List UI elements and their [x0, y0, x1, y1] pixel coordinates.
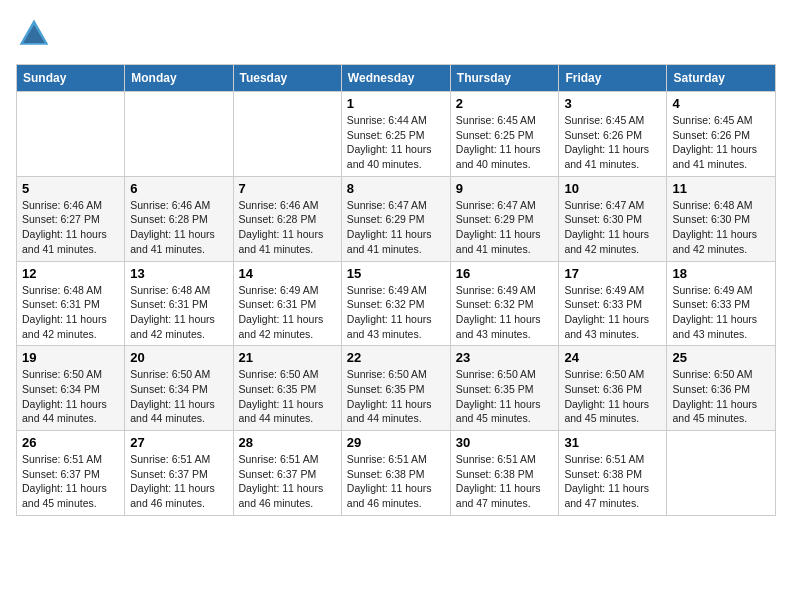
- day-info: Sunrise: 6:51 AMSunset: 6:37 PMDaylight:…: [130, 452, 227, 511]
- day-number: 21: [239, 350, 336, 365]
- calendar-header-row: SundayMondayTuesdayWednesdayThursdayFrid…: [17, 65, 776, 92]
- day-number: 5: [22, 181, 119, 196]
- calendar-cell: [17, 92, 125, 177]
- calendar-cell: 30Sunrise: 6:51 AMSunset: 6:38 PMDayligh…: [450, 431, 559, 516]
- calendar-cell: 18Sunrise: 6:49 AMSunset: 6:33 PMDayligh…: [667, 261, 776, 346]
- calendar-cell: [125, 92, 233, 177]
- day-number: 26: [22, 435, 119, 450]
- day-number: 12: [22, 266, 119, 281]
- day-header-monday: Monday: [125, 65, 233, 92]
- day-number: 31: [564, 435, 661, 450]
- calendar-week-row: 19Sunrise: 6:50 AMSunset: 6:34 PMDayligh…: [17, 346, 776, 431]
- calendar-cell: 23Sunrise: 6:50 AMSunset: 6:35 PMDayligh…: [450, 346, 559, 431]
- calendar-cell: 22Sunrise: 6:50 AMSunset: 6:35 PMDayligh…: [341, 346, 450, 431]
- day-info: Sunrise: 6:46 AMSunset: 6:28 PMDaylight:…: [239, 198, 336, 257]
- day-info: Sunrise: 6:51 AMSunset: 6:38 PMDaylight:…: [564, 452, 661, 511]
- page-header: [16, 16, 776, 52]
- day-number: 22: [347, 350, 445, 365]
- day-info: Sunrise: 6:47 AMSunset: 6:29 PMDaylight:…: [347, 198, 445, 257]
- day-header-saturday: Saturday: [667, 65, 776, 92]
- day-info: Sunrise: 6:47 AMSunset: 6:30 PMDaylight:…: [564, 198, 661, 257]
- day-info: Sunrise: 6:51 AMSunset: 6:37 PMDaylight:…: [22, 452, 119, 511]
- calendar-cell: 28Sunrise: 6:51 AMSunset: 6:37 PMDayligh…: [233, 431, 341, 516]
- calendar-cell: 17Sunrise: 6:49 AMSunset: 6:33 PMDayligh…: [559, 261, 667, 346]
- day-number: 15: [347, 266, 445, 281]
- day-info: Sunrise: 6:46 AMSunset: 6:27 PMDaylight:…: [22, 198, 119, 257]
- calendar-cell: 25Sunrise: 6:50 AMSunset: 6:36 PMDayligh…: [667, 346, 776, 431]
- day-info: Sunrise: 6:51 AMSunset: 6:37 PMDaylight:…: [239, 452, 336, 511]
- calendar-cell: 20Sunrise: 6:50 AMSunset: 6:34 PMDayligh…: [125, 346, 233, 431]
- calendar-cell: 24Sunrise: 6:50 AMSunset: 6:36 PMDayligh…: [559, 346, 667, 431]
- calendar-week-row: 5Sunrise: 6:46 AMSunset: 6:27 PMDaylight…: [17, 176, 776, 261]
- day-info: Sunrise: 6:49 AMSunset: 6:32 PMDaylight:…: [456, 283, 554, 342]
- calendar-cell: 13Sunrise: 6:48 AMSunset: 6:31 PMDayligh…: [125, 261, 233, 346]
- calendar-cell: 31Sunrise: 6:51 AMSunset: 6:38 PMDayligh…: [559, 431, 667, 516]
- calendar-cell: [667, 431, 776, 516]
- calendar-cell: 2Sunrise: 6:45 AMSunset: 6:25 PMDaylight…: [450, 92, 559, 177]
- day-number: 27: [130, 435, 227, 450]
- day-number: 25: [672, 350, 770, 365]
- day-info: Sunrise: 6:50 AMSunset: 6:36 PMDaylight:…: [672, 367, 770, 426]
- calendar-cell: 12Sunrise: 6:48 AMSunset: 6:31 PMDayligh…: [17, 261, 125, 346]
- day-info: Sunrise: 6:51 AMSunset: 6:38 PMDaylight:…: [456, 452, 554, 511]
- day-number: 30: [456, 435, 554, 450]
- calendar-cell: 21Sunrise: 6:50 AMSunset: 6:35 PMDayligh…: [233, 346, 341, 431]
- calendar-cell: 1Sunrise: 6:44 AMSunset: 6:25 PMDaylight…: [341, 92, 450, 177]
- day-number: 11: [672, 181, 770, 196]
- day-number: 9: [456, 181, 554, 196]
- day-number: 20: [130, 350, 227, 365]
- day-header-thursday: Thursday: [450, 65, 559, 92]
- day-info: Sunrise: 6:50 AMSunset: 6:36 PMDaylight:…: [564, 367, 661, 426]
- day-number: 16: [456, 266, 554, 281]
- day-info: Sunrise: 6:49 AMSunset: 6:33 PMDaylight:…: [564, 283, 661, 342]
- day-number: 17: [564, 266, 661, 281]
- day-number: 4: [672, 96, 770, 111]
- calendar-week-row: 1Sunrise: 6:44 AMSunset: 6:25 PMDaylight…: [17, 92, 776, 177]
- day-number: 19: [22, 350, 119, 365]
- day-number: 18: [672, 266, 770, 281]
- day-info: Sunrise: 6:48 AMSunset: 6:31 PMDaylight:…: [130, 283, 227, 342]
- day-info: Sunrise: 6:49 AMSunset: 6:33 PMDaylight:…: [672, 283, 770, 342]
- calendar-week-row: 26Sunrise: 6:51 AMSunset: 6:37 PMDayligh…: [17, 431, 776, 516]
- day-info: Sunrise: 6:49 AMSunset: 6:32 PMDaylight:…: [347, 283, 445, 342]
- calendar-cell: 27Sunrise: 6:51 AMSunset: 6:37 PMDayligh…: [125, 431, 233, 516]
- calendar-week-row: 12Sunrise: 6:48 AMSunset: 6:31 PMDayligh…: [17, 261, 776, 346]
- calendar: SundayMondayTuesdayWednesdayThursdayFrid…: [16, 64, 776, 516]
- day-number: 8: [347, 181, 445, 196]
- calendar-cell: 3Sunrise: 6:45 AMSunset: 6:26 PMDaylight…: [559, 92, 667, 177]
- calendar-cell: [233, 92, 341, 177]
- day-number: 14: [239, 266, 336, 281]
- calendar-cell: 16Sunrise: 6:49 AMSunset: 6:32 PMDayligh…: [450, 261, 559, 346]
- day-info: Sunrise: 6:50 AMSunset: 6:35 PMDaylight:…: [239, 367, 336, 426]
- calendar-cell: 10Sunrise: 6:47 AMSunset: 6:30 PMDayligh…: [559, 176, 667, 261]
- day-info: Sunrise: 6:51 AMSunset: 6:38 PMDaylight:…: [347, 452, 445, 511]
- day-info: Sunrise: 6:50 AMSunset: 6:34 PMDaylight:…: [22, 367, 119, 426]
- calendar-cell: 26Sunrise: 6:51 AMSunset: 6:37 PMDayligh…: [17, 431, 125, 516]
- day-number: 1: [347, 96, 445, 111]
- logo: [16, 16, 56, 52]
- calendar-cell: 7Sunrise: 6:46 AMSunset: 6:28 PMDaylight…: [233, 176, 341, 261]
- day-header-friday: Friday: [559, 65, 667, 92]
- calendar-cell: 19Sunrise: 6:50 AMSunset: 6:34 PMDayligh…: [17, 346, 125, 431]
- day-info: Sunrise: 6:45 AMSunset: 6:26 PMDaylight:…: [672, 113, 770, 172]
- day-header-tuesday: Tuesday: [233, 65, 341, 92]
- day-header-wednesday: Wednesday: [341, 65, 450, 92]
- day-number: 3: [564, 96, 661, 111]
- day-info: Sunrise: 6:45 AMSunset: 6:26 PMDaylight:…: [564, 113, 661, 172]
- day-number: 7: [239, 181, 336, 196]
- day-info: Sunrise: 6:48 AMSunset: 6:30 PMDaylight:…: [672, 198, 770, 257]
- day-number: 29: [347, 435, 445, 450]
- calendar-cell: 6Sunrise: 6:46 AMSunset: 6:28 PMDaylight…: [125, 176, 233, 261]
- calendar-cell: 9Sunrise: 6:47 AMSunset: 6:29 PMDaylight…: [450, 176, 559, 261]
- day-info: Sunrise: 6:50 AMSunset: 6:35 PMDaylight:…: [347, 367, 445, 426]
- calendar-cell: 8Sunrise: 6:47 AMSunset: 6:29 PMDaylight…: [341, 176, 450, 261]
- logo-icon: [16, 16, 52, 52]
- day-info: Sunrise: 6:45 AMSunset: 6:25 PMDaylight:…: [456, 113, 554, 172]
- day-info: Sunrise: 6:44 AMSunset: 6:25 PMDaylight:…: [347, 113, 445, 172]
- day-info: Sunrise: 6:50 AMSunset: 6:35 PMDaylight:…: [456, 367, 554, 426]
- day-header-sunday: Sunday: [17, 65, 125, 92]
- day-info: Sunrise: 6:49 AMSunset: 6:31 PMDaylight:…: [239, 283, 336, 342]
- day-info: Sunrise: 6:50 AMSunset: 6:34 PMDaylight:…: [130, 367, 227, 426]
- calendar-cell: 29Sunrise: 6:51 AMSunset: 6:38 PMDayligh…: [341, 431, 450, 516]
- day-number: 28: [239, 435, 336, 450]
